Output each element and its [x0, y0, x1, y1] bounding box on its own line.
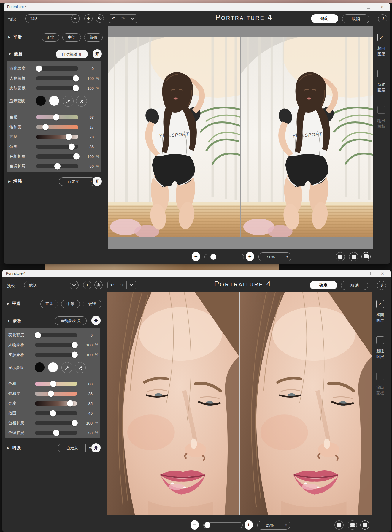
redo-button[interactable]: ↷ — [118, 15, 128, 23]
enhance-section-header[interactable]: ▶增强 — [8, 179, 22, 184]
slider-track[interactable] — [36, 154, 78, 159]
slider-knob[interactable] — [53, 114, 59, 120]
titlebar[interactable]: Portraiture 4 — ✕ — [4, 3, 390, 11]
slider-knob[interactable] — [72, 352, 78, 358]
horizontal-split-view-button[interactable] — [348, 520, 357, 530]
mask-section-header[interactable]: ▼蒙板 — [8, 52, 23, 57]
maximize-button[interactable] — [366, 270, 372, 277]
zoom-in-button[interactable]: + — [245, 520, 253, 530]
slider-track[interactable] — [36, 125, 78, 129]
slider-track[interactable] — [36, 115, 78, 119]
undo-button[interactable]: ↶ — [108, 281, 117, 289]
after-photo[interactable] — [241, 37, 374, 237]
dropdown-arrow-icon[interactable]: ▼ — [282, 524, 290, 527]
slider-track[interactable] — [35, 421, 77, 425]
preview-area[interactable] — [108, 26, 373, 249]
ok-button[interactable]: 确定 — [311, 14, 338, 23]
undo-button[interactable]: ↶ — [109, 15, 118, 23]
zoom-slider-knob[interactable] — [210, 254, 216, 260]
slider-knob[interactable] — [73, 85, 79, 91]
layer-checkbox[interactable]: ✓ — [377, 34, 385, 41]
enhance-preset-dropdown[interactable]: 自定义 ▼ — [58, 444, 94, 452]
mask-power-toggle[interactable]: 开 — [93, 49, 102, 58]
cancel-button[interactable]: 取消 — [341, 281, 368, 290]
black-mask-swatch[interactable] — [35, 362, 45, 372]
zoom-out-button[interactable]: − — [192, 252, 200, 261]
single-view-button[interactable] — [336, 252, 345, 261]
slider-knob[interactable] — [67, 400, 73, 406]
before-photo[interactable] — [108, 37, 240, 237]
enhance-power-toggle[interactable]: 开 — [91, 443, 101, 452]
enhance-power-toggle[interactable]: 开 — [93, 177, 102, 186]
enhance-section-header[interactable]: ▶增强 — [7, 445, 21, 451]
layer-checkbox[interactable] — [377, 70, 385, 77]
smooth-section-header[interactable]: ▶平滑 — [8, 34, 22, 40]
close-button[interactable]: ✕ — [379, 270, 386, 277]
enhance-preset-dropdown[interactable]: 自定义 ▼ — [59, 177, 96, 186]
vertical-split-view-button[interactable] — [360, 520, 369, 530]
smooth-medium-button[interactable]: 中等 — [61, 300, 80, 308]
eyedropper-add-button[interactable] — [76, 96, 87, 107]
white-mask-swatch[interactable] — [49, 96, 59, 106]
minimize-button[interactable]: — — [352, 4, 358, 10]
after-photo[interactable] — [240, 292, 372, 515]
slider-knob[interactable] — [35, 332, 41, 338]
slider-track[interactable] — [35, 392, 77, 396]
history-dropdown-button[interactable] — [128, 15, 137, 23]
slider-knob[interactable] — [36, 65, 42, 72]
slider-knob[interactable] — [54, 163, 61, 169]
eyedropper-add-button[interactable] — [75, 362, 86, 373]
titlebar[interactable]: Portraiture 4 — ✕ — [2, 270, 391, 277]
slider-track[interactable] — [35, 353, 77, 357]
close-button[interactable]: ✕ — [379, 4, 385, 10]
slider-track[interactable] — [35, 431, 77, 435]
add-preset-button[interactable]: + — [84, 14, 93, 23]
preset-dropdown[interactable]: 默认 — [25, 14, 80, 23]
white-mask-swatch[interactable] — [48, 362, 58, 372]
zoom-level-dropdown[interactable]: 50% ▼ — [258, 252, 291, 261]
zoom-slider-knob[interactable] — [204, 522, 210, 528]
ok-button[interactable]: 确定 — [310, 281, 337, 289]
zoom-slider[interactable] — [204, 254, 244, 259]
dropdown-arrow-icon[interactable]: ▼ — [283, 255, 291, 258]
slider-track[interactable] — [35, 411, 77, 415]
slider-knob[interactable] — [42, 124, 49, 130]
slider-track[interactable] — [35, 343, 77, 347]
chevron-down-icon[interactable] — [70, 281, 78, 289]
slider-track[interactable] — [35, 382, 77, 386]
preview-area[interactable] — [107, 292, 372, 515]
slider-knob[interactable] — [73, 75, 79, 81]
smooth-section-header[interactable]: ▶平滑 — [7, 301, 21, 306]
vertical-split-view-button[interactable] — [361, 252, 371, 261]
preset-dropdown[interactable]: 默认 — [24, 281, 79, 289]
smooth-normal-button[interactable]: 正常 — [42, 33, 59, 42]
smooth-normal-button[interactable]: 正常 — [40, 300, 58, 308]
before-photo[interactable] — [107, 292, 239, 515]
auto-mask-button[interactable]: 自动蒙板 关 — [55, 316, 87, 325]
eyedropper-button[interactable] — [63, 96, 74, 107]
slider-track[interactable] — [36, 66, 78, 71]
maximize-button[interactable] — [365, 4, 372, 10]
slider-track[interactable] — [35, 401, 77, 406]
auto-mask-button[interactable]: 自动蒙板 开 — [56, 50, 88, 58]
slider-knob[interactable] — [72, 420, 78, 426]
settings-button[interactable] — [96, 14, 104, 23]
zoom-out-button[interactable]: − — [191, 520, 199, 530]
chevron-down-icon[interactable] — [71, 14, 80, 23]
zoom-slider[interactable] — [203, 522, 243, 528]
slider-track[interactable] — [36, 164, 78, 168]
slider-track[interactable] — [36, 76, 78, 80]
zoom-in-button[interactable]: + — [246, 252, 254, 261]
slider-knob[interactable] — [66, 134, 72, 140]
info-button[interactable]: i — [378, 14, 387, 23]
single-view-button[interactable] — [334, 520, 344, 530]
slider-knob[interactable] — [53, 430, 59, 436]
slider-track[interactable] — [36, 86, 78, 90]
cancel-button[interactable]: 取消 — [342, 14, 369, 23]
slider-knob[interactable] — [69, 143, 75, 150]
eyedropper-button[interactable] — [61, 362, 72, 373]
smooth-strong-button[interactable]: 较强 — [84, 33, 103, 42]
smooth-strong-button[interactable]: 较强 — [83, 300, 101, 308]
slider-track[interactable] — [36, 135, 78, 139]
info-button[interactable]: i — [377, 281, 386, 290]
